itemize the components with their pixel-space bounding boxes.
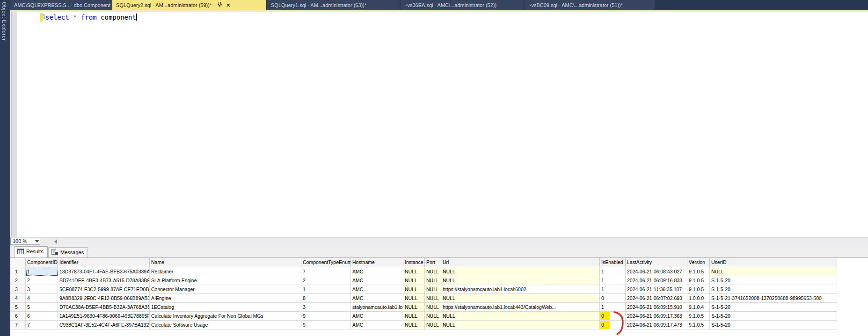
grid-cell[interactable]: NULL <box>425 285 441 294</box>
grid-cell[interactable]: NULL <box>403 321 425 329</box>
zoom-level-combo[interactable]: 100 % <box>10 238 40 245</box>
grid-cell[interactable]: NULL <box>441 276 600 285</box>
grid-cell[interactable]: S-1-5-20 <box>710 276 837 285</box>
grid-cell[interactable]: NULL <box>425 276 441 285</box>
close-icon[interactable]: ✕ <box>226 2 230 8</box>
grid-column-header[interactable]: Version <box>687 258 710 267</box>
grid-cell[interactable]: 9.1.0.5 <box>687 276 710 285</box>
grid-cell[interactable]: Reclaimer <box>150 267 301 276</box>
grid-row-header[interactable]: 5 <box>10 303 26 312</box>
grid-cell[interactable]: 3 <box>26 285 58 294</box>
tab-results[interactable]: Results <box>14 246 48 257</box>
grid-cell[interactable]: 1 <box>600 285 626 294</box>
grid-cell[interactable]: NULL <box>425 294 441 303</box>
grid-cell[interactable]: 1 <box>600 276 626 285</box>
grid-cell[interactable]: AMC <box>351 294 403 303</box>
grid-cell[interactable]: 9 <box>301 321 351 329</box>
grid-cell[interactable]: S-1-5-21-3741652008-1370250688-98995653-… <box>710 294 837 303</box>
grid-column-header[interactable]: Instance <box>403 258 425 267</box>
grid-cell[interactable]: Calculate Software Usage <box>150 321 301 329</box>
grid-cell[interactable]: 0 <box>600 312 626 321</box>
grid-cell[interactable]: 1 <box>26 267 58 276</box>
grid-cell[interactable]: 2 <box>301 276 351 285</box>
grid-cell[interactable]: NULL <box>441 294 600 303</box>
scroll-left-arrow-icon[interactable] <box>54 239 57 244</box>
grid-cell[interactable]: 9.1.0.4 <box>687 303 710 312</box>
grid-cell[interactable]: 0 <box>600 321 626 329</box>
grid-column-header[interactable]: Hostname <box>351 258 403 267</box>
grid-cell[interactable]: 2 <box>26 276 58 285</box>
grid-cell[interactable]: 8 <box>301 294 351 303</box>
grid-row-header[interactable]: 1 <box>10 267 26 276</box>
grid-cell[interactable]: NULL <box>403 294 425 303</box>
grid-cell[interactable]: NULL <box>403 285 425 294</box>
grid-cell[interactable]: NULL <box>425 312 441 321</box>
grid-row-header[interactable]: 6 <box>10 312 26 321</box>
grid-cell[interactable]: 2024-06-21 06:09:17.363 <box>626 312 687 321</box>
grid-cell[interactable]: 1A149E51-9630-4F86-9066-493E78895F09 <box>58 312 150 321</box>
tab-sqlquery2[interactable]: SQLQuery2.sql - AM...administrator (59))… <box>112 0 267 10</box>
grid-cell[interactable]: NULL <box>403 267 425 276</box>
grid-cell[interactable]: AMC <box>351 312 403 321</box>
grid-cell[interactable]: S-1-5-20 <box>710 285 837 294</box>
grid-column-header[interactable]: ComponentID <box>26 258 58 267</box>
sql-code-line[interactable]: select * from component <box>45 13 137 22</box>
grid-cell[interactable]: 9.1.0.5 <box>687 285 710 294</box>
grid-cell[interactable]: NULL <box>441 321 600 329</box>
grid-cell[interactable]: AMC <box>351 285 403 294</box>
grid-cell[interactable]: 1 <box>600 267 626 276</box>
grid-cell[interactable]: 1.0.0.0 <box>687 294 710 303</box>
grid-column-header[interactable]: Url <box>441 258 600 267</box>
grid-cell[interactable]: 5CE88774-F3C2-5999-87AF-CE71ED0B91E3 <box>58 285 150 294</box>
grid-column-header[interactable]: Name <box>150 258 301 267</box>
grid-row-header[interactable]: 3 <box>10 285 26 294</box>
grid-cell[interactable]: AMC <box>351 321 403 329</box>
grid-cell[interactable]: 5 <box>26 303 58 312</box>
grid-cell[interactable]: 2024-06-21 06:08:43.027 <box>626 267 687 276</box>
grid-row-header[interactable]: 2 <box>10 276 26 285</box>
grid-column-header[interactable]: LastActivity <box>626 258 687 267</box>
grid-cell[interactable]: stalyonamcauto.lab1.local <box>351 303 403 312</box>
grid-cell[interactable]: C938C1AF-3E52-4C4F-A6FE-397BA1322849 <box>58 321 150 329</box>
grid-cell[interactable]: 9.1.0.5 <box>687 267 710 276</box>
grid-cell[interactable]: D70AC38A-D5EF-4BB5-B32A-3A768A3B5EDE <box>58 303 150 312</box>
grid-cell[interactable]: 2024-06-21 11:36:35.107 <box>626 285 687 294</box>
grid-cell[interactable]: AIEngine <box>150 294 301 303</box>
object-explorer-tab[interactable]: Object Explorer <box>1 2 7 41</box>
grid-row-header[interactable]: 4 <box>10 294 26 303</box>
grid-cell[interactable]: NULL <box>441 312 600 321</box>
grid-row-header[interactable]: 7 <box>10 321 26 329</box>
grid-cell[interactable]: 13D37873-04F1-4FAE-BFB3-675A0339A6CE <box>58 267 150 276</box>
grid-cell[interactable]: 1ECatalog <box>150 303 301 312</box>
grid-column-header[interactable]: Identifier <box>58 258 150 267</box>
grid-corner-header[interactable] <box>10 258 26 267</box>
grid-cell[interactable]: 9.1.0.5 <box>687 312 710 321</box>
grid-cell[interactable]: S-1-5-20 <box>710 312 837 321</box>
grid-cell[interactable]: SLA.Platform.Engine <box>150 276 301 285</box>
grid-cell[interactable]: NULL <box>403 312 425 321</box>
grid-cell[interactable]: S-1-5-20 <box>710 303 837 312</box>
tab-sqlquery1[interactable]: SQLQuery1.sql - AM...administrator (63))… <box>267 0 400 10</box>
tab-messages[interactable]: Messages <box>48 247 88 257</box>
grid-cell[interactable]: NULL <box>425 321 441 329</box>
query-editor[interactable]: 1 select * from component <box>10 12 868 237</box>
grid-cell[interactable]: 7 <box>301 267 351 276</box>
grid-cell[interactable]: NULL <box>425 267 441 276</box>
grid-cell[interactable]: 2024-06-21 06:09:15.910 <box>626 303 687 312</box>
grid-cell[interactable]: AMC <box>351 267 403 276</box>
grid-cell[interactable]: 2024-06-21 06:09:16.833 <box>626 276 687 285</box>
grid-cell[interactable]: 7 <box>26 321 58 329</box>
grid-cell[interactable]: 2024-06-21 06:07:02.693 <box>626 294 687 303</box>
grid-cell[interactable]: 1 <box>301 285 351 294</box>
grid-cell[interactable]: 2024-06-21 06:09:17.473 <box>626 321 687 329</box>
grid-column-header[interactable]: Port <box>425 258 441 267</box>
tab-vs36ea[interactable]: ~vs36EA.sql - AMC\...administrator (52)) <box>401 0 524 10</box>
grid-cell[interactable]: NULL <box>441 267 600 276</box>
pin-icon[interactable] <box>218 0 222 10</box>
grid-cell[interactable]: 9 <box>301 312 351 321</box>
grid-cell[interactable]: 3 <box>301 303 351 312</box>
horizontal-scrollbar[interactable] <box>41 238 868 245</box>
tab-vsbc09[interactable]: ~vsBC09.sql - AMC\...administrator (51))… <box>525 0 655 10</box>
grid-cell[interactable]: Connector Manager <box>150 285 301 294</box>
grid-cell[interactable]: NULL <box>425 303 441 312</box>
